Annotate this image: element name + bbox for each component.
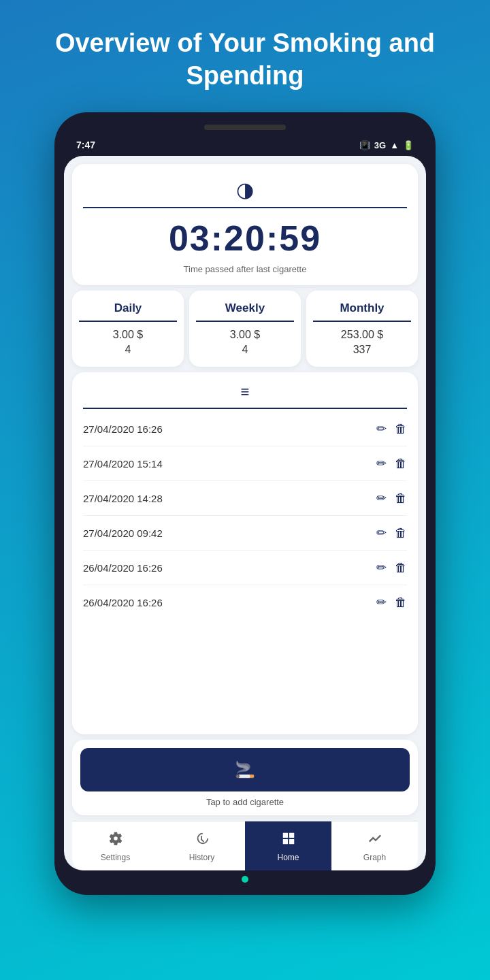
stat-title-2: Monthly [313, 301, 411, 322]
edit-icon[interactable]: ✏ [376, 525, 387, 540]
edit-icon[interactable]: ✏ [376, 491, 387, 506]
timer-display: 03:20:59 [83, 218, 407, 259]
settings-nav-icon [108, 831, 123, 850]
nav-item-graph[interactable]: Graph [331, 821, 418, 870]
clock-icon: ◑ [83, 178, 407, 201]
delete-icon[interactable]: 🗑 [395, 422, 407, 436]
history-item-actions: ✏ 🗑 [376, 456, 407, 471]
stat-card-daily: Daily 3.00 $ 4 [72, 291, 184, 367]
add-cigarette-label: Tap to add cigarette [80, 797, 410, 807]
stat-amount-2: 253.00 $ [313, 329, 411, 341]
stat-card-weekly: Weekly 3.00 $ 4 [189, 291, 301, 367]
history-item: 26/04/2020 16:26 ✏ 🗑 [83, 551, 407, 585]
add-cigarette-container: 🚬 Tap to add cigarette [72, 740, 418, 815]
stat-amount-0: 3.00 $ [79, 329, 177, 341]
history-item-actions: ✏ 🗑 [376, 560, 407, 575]
graph-nav-icon [368, 831, 382, 850]
history-date: 27/04/2020 09:42 [83, 527, 163, 539]
screen: ◑ 03:20:59 Time passed after last cigare… [64, 156, 426, 870]
history-date: 26/04/2020 16:26 [83, 562, 163, 574]
stat-title-1: Weekly [196, 301, 294, 322]
history-item: 27/04/2020 09:42 ✏ 🗑 [83, 516, 407, 551]
stat-count-2: 337 [313, 344, 411, 356]
delete-icon[interactable]: 🗑 [395, 595, 407, 610]
history-item-actions: ✏ 🗑 [376, 595, 407, 610]
history-date: 27/04/2020 15:14 [83, 458, 163, 470]
history-item-actions: ✏ 🗑 [376, 421, 407, 436]
delete-icon[interactable]: 🗑 [395, 561, 407, 575]
history-item: 27/04/2020 16:26 ✏ 🗑 [83, 412, 407, 446]
history-card: ≡ 27/04/2020 16:26 ✏ 🗑 27/04/2020 15:14 … [72, 372, 418, 734]
add-cigarette-button[interactable]: 🚬 [80, 748, 410, 791]
status-bar: 7:47 📳 3G ▲ 🔋 [64, 137, 426, 156]
nav-item-home[interactable]: Home [245, 821, 331, 870]
bottom-nav: Settings History Home Graph [72, 821, 418, 870]
stat-title-0: Daily [79, 301, 177, 322]
history-list-icon: ≡ [83, 383, 407, 409]
phone-notch [204, 125, 286, 130]
stat-amount-1: 3.00 $ [196, 329, 294, 341]
history-item: 26/04/2020 16:26 ✏ 🗑 [83, 585, 407, 619]
home-nav-icon [281, 831, 296, 850]
history-date: 27/04/2020 14:28 [83, 493, 163, 504]
history-item: 27/04/2020 15:14 ✏ 🗑 [83, 446, 407, 481]
history-nav-icon [195, 831, 210, 850]
timer-divider [83, 207, 407, 208]
delete-icon[interactable]: 🗑 [395, 491, 407, 506]
stat-count-1: 4 [196, 344, 294, 356]
nav-item-history[interactable]: History [159, 821, 245, 870]
phone-dot [242, 876, 248, 883]
history-item-actions: ✏ 🗑 [376, 491, 407, 506]
battery-icon: 🔋 [403, 140, 414, 150]
edit-icon[interactable]: ✏ [376, 560, 387, 575]
delete-icon[interactable]: 🗑 [395, 526, 407, 540]
signal-text: 3G [374, 140, 386, 150]
stat-card-monthly: Monthly 253.00 $ 337 [306, 291, 418, 367]
settings-nav-label: Settings [101, 853, 130, 862]
edit-icon[interactable]: ✏ [376, 456, 387, 471]
graph-nav-label: Graph [363, 853, 386, 862]
home-nav-label: Home [277, 853, 299, 862]
stat-count-0: 4 [79, 344, 177, 356]
signal-icon: ▲ [390, 140, 399, 150]
edit-icon[interactable]: ✏ [376, 595, 387, 610]
stats-row: Daily 3.00 $ 4 Weekly 3.00 $ 4 Monthly 2… [72, 291, 418, 367]
history-date: 27/04/2020 16:26 [83, 423, 163, 435]
cigarette-icon: 🚬 [235, 760, 255, 779]
history-date: 26/04/2020 16:26 [83, 597, 163, 608]
status-time: 7:47 [76, 140, 95, 150]
page-header: Overview of Your Smoking and Spending [0, 0, 490, 112]
history-item: 27/04/2020 14:28 ✏ 🗑 [83, 481, 407, 516]
timer-card: ◑ 03:20:59 Time passed after last cigare… [72, 164, 418, 285]
history-nav-label: History [189, 853, 214, 862]
edit-icon[interactable]: ✏ [376, 421, 387, 436]
status-icons: 📳 3G ▲ 🔋 [359, 140, 414, 150]
timer-label: Time passed after last cigarette [83, 264, 407, 274]
phone-frame: 7:47 📳 3G ▲ 🔋 ◑ 03:20:59 Time passed aft… [54, 112, 436, 895]
delete-icon[interactable]: 🗑 [395, 457, 407, 471]
nav-item-settings[interactable]: Settings [72, 821, 159, 870]
history-item-actions: ✏ 🗑 [376, 525, 407, 540]
vibrate-icon: 📳 [359, 140, 370, 150]
